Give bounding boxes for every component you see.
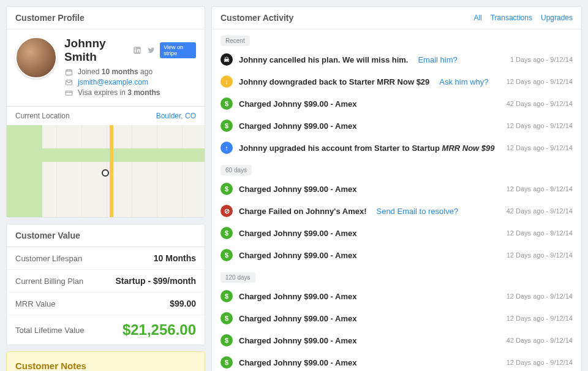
joined-text: Joined 10 months ago [78, 67, 153, 76]
activity-text: Charged Johnny $99.00 - Amex [239, 358, 356, 367]
card-icon [64, 88, 73, 97]
activity-timestamp: 42 Days ago - 9/12/14 [507, 207, 573, 215]
activity-timestamp: 12 Days ago - 9/12/14 [507, 122, 573, 129]
activity-list-onetwenty: $Charged Johnny $99.00 - Amex12 Days ago… [212, 285, 581, 371]
charge-icon: $ [221, 227, 233, 239]
customer-notes-card[interactable]: Customer Notes Click to enter customer n… [6, 351, 205, 371]
charge-icon: $ [221, 334, 233, 346]
activity-row: $Charged Johnny $99.00 - Amex42 Days ago… [212, 329, 581, 351]
activity-timestamp: 12 Days ago - 9/12/14 [507, 359, 573, 366]
activity-row: $Charged Johnny $99.00 - Amex42 Days ago… [212, 93, 581, 115]
lifespan-value: 10 Months [154, 253, 196, 263]
up-icon: ↑ [221, 142, 233, 154]
customer-name: Johnny Smith [64, 37, 128, 64]
lifespan-label: Customer Lifespan [15, 254, 82, 263]
twitter-icon[interactable] [146, 46, 155, 55]
email-link[interactable]: jsmith@example.com [78, 78, 148, 86]
charge-icon: $ [221, 249, 233, 261]
activity-timestamp: 12 Days ago - 9/12/14 [507, 229, 573, 237]
activity-row: $Charged Johnny $99.00 - Amex12 Days ago… [212, 285, 581, 307]
plan-value: Startup - $99/month [116, 276, 196, 286]
fail-icon: ⊘ [221, 205, 233, 217]
section-120-days: 120 days [221, 272, 255, 283]
activity-row: ⊘Charge Failed on Johnny's Amex!Send Ema… [212, 200, 581, 222]
activity-text: Charged Johnny $99.00 - Amex [239, 251, 356, 260]
activity-row: ↑Johnny upgraded his account from Starte… [212, 137, 581, 159]
activity-text: Charged Johnny $99.00 - Amex [239, 229, 356, 238]
activity-text: Charged Johnny $99.00 - Amex [239, 99, 356, 109]
activity-title: Customer Activity [221, 13, 293, 23]
activity-list-recent: ☠Johnny cancelled his plan. We will miss… [212, 48, 581, 159]
charge-icon: $ [221, 356, 233, 369]
filter-upgrades[interactable]: Upgrades [541, 13, 573, 22]
activity-row: $Charged Johnny $99.00 - Amex12 Days ago… [212, 307, 581, 329]
activity-timestamp: 12 Days ago - 9/12/14 [507, 251, 573, 259]
card-expiry: Visa expires in 3 months [78, 88, 160, 97]
activity-row: $Charged Johnny $99.00 - Amex12 Days ago… [212, 244, 581, 266]
activity-action-link[interactable]: Email him? [418, 55, 457, 64]
activity-row: $Charged Johnny $99.00 - Amex12 Days ago… [212, 351, 581, 371]
activity-text: Charged Johnny $99.00 - Amex [239, 314, 356, 323]
customer-value-card: Customer Value Customer Lifespan10 Month… [6, 224, 205, 345]
filter-all[interactable]: All [473, 13, 481, 22]
svg-rect-1 [135, 49, 136, 52]
linkedin-icon[interactable] [133, 46, 141, 55]
activity-row: ☠Johnny cancelled his plan. We will miss… [212, 48, 581, 71]
activity-timestamp: 12 Days ago - 9/12/14 [507, 293, 573, 300]
svg-rect-3 [66, 69, 72, 75]
location-label: Current Location [15, 112, 70, 120]
activity-timestamp: 12 Days ago - 9/12/14 [507, 315, 573, 322]
cancel-icon: ☠ [221, 53, 233, 66]
activity-text: Charge Failed on Johnny's Amex! [239, 207, 366, 216]
ltv-value: $21,256.00 [123, 321, 196, 338]
activity-timestamp: 1 Days ago - 9/12/14 [510, 56, 573, 63]
activity-text: Charged Johnny $99.00 - Amex [239, 336, 356, 345]
activity-row: ↓Johnny downgraded back to Starter MRR N… [212, 71, 581, 93]
avatar[interactable] [15, 37, 57, 78]
activity-timestamp: 42 Days ago - 9/12/14 [507, 337, 573, 344]
view-on-stripe-button[interactable]: View on stripe [160, 42, 196, 58]
charge-icon: $ [221, 290, 233, 302]
svg-rect-5 [66, 91, 72, 95]
ltv-label: Total Lifetime Value [15, 326, 85, 335]
activity-text: Charged Johnny $99.00 - Amex [239, 292, 356, 301]
activity-text: Charged Johnny $99.00 - Amex [239, 185, 356, 194]
activity-text: Johnny cancelled his plan. We will miss … [239, 55, 408, 64]
activity-action-link[interactable]: Ask him why? [439, 77, 488, 86]
charge-icon: $ [221, 98, 233, 110]
activity-text: Charged Johnny $99.00 - Amex [239, 121, 356, 131]
customer-activity-card: Customer Activity All Transactions Upgra… [211, 6, 582, 371]
mrr-label: MRR Value [15, 299, 56, 308]
activity-row: $Charged Johnny $99.00 - Amex12 Days ago… [212, 222, 581, 244]
down-icon: ↓ [221, 75, 233, 88]
activity-timestamp: 42 Days ago - 9/12/14 [507, 100, 573, 107]
profile-title: Customer Profile [7, 7, 205, 29]
activity-timestamp: 12 Days ago - 9/12/14 [507, 78, 573, 85]
svg-point-2 [135, 48, 136, 49]
activity-timestamp: 12 Days ago - 9/12/14 [507, 144, 573, 151]
calendar-icon [64, 67, 73, 76]
filter-transactions[interactable]: Transactions [491, 13, 532, 22]
mail-icon [64, 78, 73, 86]
activity-text: Johnny upgraded his account from Starter… [239, 143, 495, 153]
notes-title: Customer Notes [15, 361, 196, 371]
customer-profile-card: Customer Profile Johnny Smith View on st… [6, 6, 205, 218]
mrr-value: $99.00 [170, 299, 196, 308]
section-recent: Recent [221, 36, 250, 46]
activity-list-sixty: $Charged Johnny $99.00 - Amex12 Days ago… [212, 178, 581, 266]
section-60-days: 60 days [221, 165, 252, 175]
location-link[interactable]: Boulder, CO [156, 112, 196, 120]
charge-icon: $ [221, 312, 233, 324]
charge-icon: $ [221, 183, 233, 195]
activity-text: Johnny downgraded back to Starter MRR No… [239, 77, 429, 86]
activity-timestamp: 12 Days ago - 9/12/14 [507, 185, 573, 193]
value-title: Customer Value [7, 224, 205, 247]
activity-row: $Charged Johnny $99.00 - Amex12 Days ago… [212, 178, 581, 200]
location-map[interactable] [7, 125, 205, 217]
plan-label: Current Billing Plan [15, 277, 83, 286]
activity-action-link[interactable]: Send Email to resolve? [376, 207, 458, 216]
charge-icon: $ [221, 120, 233, 132]
activity-row: $Charged Johnny $99.00 - Amex12 Days ago… [212, 115, 581, 137]
